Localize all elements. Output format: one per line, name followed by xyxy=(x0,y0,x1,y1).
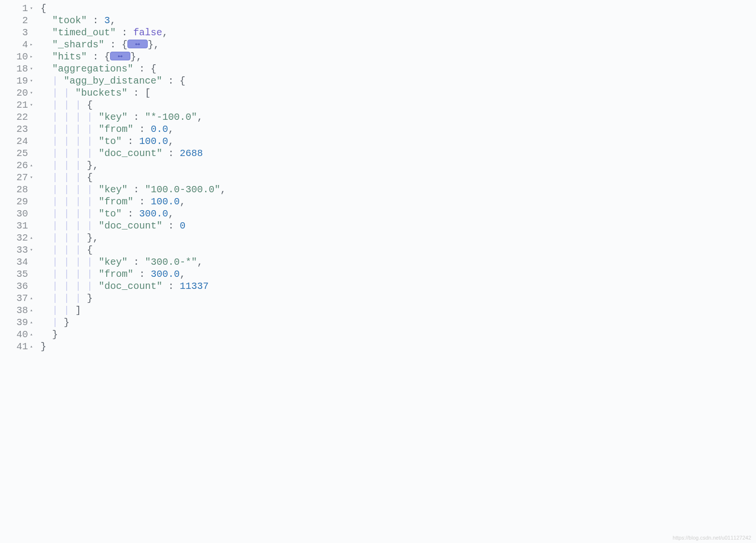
fold-icon[interactable]: ▸ xyxy=(29,51,34,63)
line-number[interactable]: 30 xyxy=(10,208,34,220)
code-line: | } xyxy=(38,316,756,329)
code-line: | | | | "doc_count" : 11337 xyxy=(38,280,756,292)
line-number[interactable]: 1▾ xyxy=(10,2,34,14)
code-line: | | | | "doc_count" : 0 xyxy=(38,220,756,232)
line-number[interactable]: 31 xyxy=(10,220,34,232)
line-number[interactable]: 18▾ xyxy=(10,63,34,75)
line-number[interactable]: 21▾ xyxy=(10,99,34,111)
fold-icon[interactable]: ▸ xyxy=(29,39,34,51)
code-line: "_shards" : {}, xyxy=(38,39,756,51)
line-number[interactable]: 2 xyxy=(10,14,34,27)
fold-icon[interactable]: ▴ xyxy=(29,304,34,316)
code-line: "took" : 3, xyxy=(38,14,756,27)
fold-icon[interactable]: ▴ xyxy=(29,159,34,171)
code-line: "hits" : {}, xyxy=(38,51,756,63)
fold-icon[interactable]: ▴ xyxy=(29,316,34,329)
line-number[interactable]: 27▾ xyxy=(10,171,34,184)
fold-icon[interactable]: ▴ xyxy=(29,341,34,353)
line-number[interactable]: 28 xyxy=(10,184,34,196)
code-line: | | "buckets" : [ xyxy=(38,87,756,99)
code-line: | | | } xyxy=(38,292,756,304)
code-line: | | | | "from" : 300.0, xyxy=(38,268,756,280)
line-number[interactable]: 41▴ xyxy=(10,341,34,353)
line-number[interactable]: 4▸ xyxy=(10,39,34,51)
line-number[interactable]: 29 xyxy=(10,196,34,208)
fold-icon[interactable]: ▾ xyxy=(29,87,34,99)
fold-icon[interactable]: ▴ xyxy=(29,292,34,304)
fold-icon[interactable]: ▾ xyxy=(29,244,34,256)
fold-icon[interactable]: ▾ xyxy=(29,75,34,87)
code-editor: 1▾ 2 3 4▸ 10▸ 18▾ 19▾ 20▾ 21▾ 22 23 24 2… xyxy=(0,0,756,355)
code-line: { xyxy=(38,2,756,14)
line-number[interactable]: 23 xyxy=(10,123,34,135)
code-line: "timed_out" : false, xyxy=(38,27,756,39)
fold-icon[interactable]: ▴ xyxy=(29,329,34,341)
code-line: | | | { xyxy=(38,171,756,184)
fold-icon[interactable]: ▾ xyxy=(29,2,34,14)
fold-expand-icon[interactable] xyxy=(127,40,148,48)
line-number[interactable]: 20▾ xyxy=(10,87,34,99)
fold-icon[interactable]: ▾ xyxy=(29,63,34,75)
line-number[interactable]: 19▾ xyxy=(10,75,34,87)
code-line: | | | | "key" : "100.0-300.0", xyxy=(38,184,756,196)
code-line: | | | | "doc_count" : 2688 xyxy=(38,147,756,159)
code-line: | | | }, xyxy=(38,232,756,244)
code-content[interactable]: { "took" : 3, "timed_out" : false, "_sha… xyxy=(38,0,756,355)
code-line: | | | }, xyxy=(38,159,756,171)
line-number[interactable]: 26▴ xyxy=(10,159,34,171)
line-number[interactable]: 37▴ xyxy=(10,292,34,304)
fold-icon[interactable]: ▾ xyxy=(29,171,34,184)
code-line: } xyxy=(38,329,756,341)
line-number[interactable]: 34 xyxy=(10,256,34,268)
fold-icon[interactable]: ▾ xyxy=(29,99,34,111)
code-line: | | | | "from" : 100.0, xyxy=(38,196,756,208)
fold-icon[interactable]: ▴ xyxy=(29,232,34,244)
line-number[interactable]: 39▴ xyxy=(10,316,34,329)
fold-expand-icon[interactable] xyxy=(110,52,130,60)
code-line: | | | | "to" : 300.0, xyxy=(38,208,756,220)
code-line: "aggregations" : { xyxy=(38,63,756,75)
line-number[interactable]: 32▴ xyxy=(10,232,34,244)
code-line: | "agg_by_distance" : { xyxy=(38,75,756,87)
line-number[interactable]: 36 xyxy=(10,280,34,292)
line-number[interactable]: 38▴ xyxy=(10,304,34,316)
code-line: | | | | "to" : 100.0, xyxy=(38,135,756,147)
code-line: | | | | "key" : "*-100.0", xyxy=(38,111,756,123)
code-line: | | | | "from" : 0.0, xyxy=(38,123,756,135)
code-line: | | | { xyxy=(38,99,756,111)
line-number[interactable]: 10▸ xyxy=(10,51,34,63)
line-number[interactable]: 3 xyxy=(10,27,34,39)
code-line: } xyxy=(38,341,756,353)
line-number[interactable]: 33▾ xyxy=(10,244,34,256)
line-number[interactable]: 22 xyxy=(10,111,34,123)
line-number[interactable]: 35 xyxy=(10,268,34,280)
line-number[interactable]: 24 xyxy=(10,135,34,147)
line-number[interactable]: 40▴ xyxy=(10,329,34,341)
line-gutter: 1▾ 2 3 4▸ 10▸ 18▾ 19▾ 20▾ 21▾ 22 23 24 2… xyxy=(0,0,38,355)
code-line: | | | { xyxy=(38,244,756,256)
code-line: | | | | "key" : "300.0-*", xyxy=(38,256,756,268)
line-number[interactable]: 25 xyxy=(10,147,34,159)
code-line: | | ] xyxy=(38,304,756,316)
